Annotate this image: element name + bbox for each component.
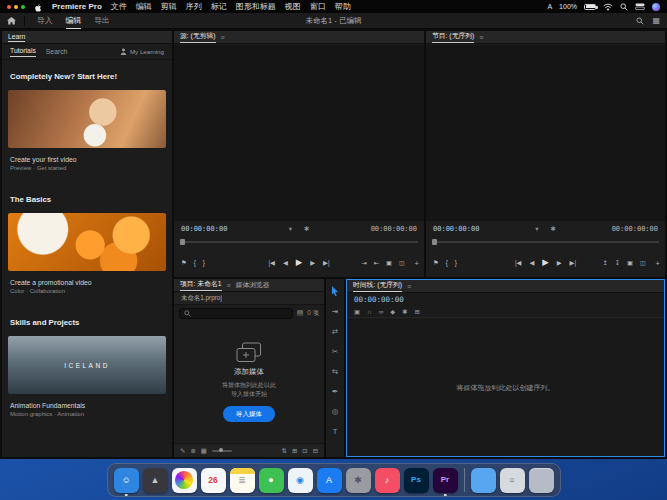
button-editor-icon[interactable]: + bbox=[656, 259, 660, 268]
project-breadcrumb[interactable]: 未命名1.prproj bbox=[174, 292, 324, 305]
panel-menu-icon[interactable]: ≡ bbox=[407, 283, 411, 290]
dock-calendar-icon[interactable]: 26 bbox=[201, 468, 226, 493]
tab-export[interactable]: 导出 bbox=[94, 13, 110, 29]
tab-edit[interactable]: 编辑 bbox=[66, 13, 82, 29]
spotlight-search-icon[interactable] bbox=[620, 3, 628, 11]
input-source-icon[interactable]: A bbox=[547, 3, 552, 10]
menubar-app-name[interactable]: Premiere Pro bbox=[52, 2, 102, 11]
project-search-input[interactable] bbox=[194, 310, 288, 316]
dock-safari-icon[interactable]: ◉ bbox=[288, 468, 313, 493]
monitor-settings-icon[interactable]: ✱ bbox=[304, 225, 309, 233]
go-to-out-icon[interactable]: ▶| bbox=[570, 259, 576, 266]
step-forward-icon[interactable]: ▶ bbox=[310, 259, 315, 266]
minimize-window-icon[interactable] bbox=[14, 5, 18, 9]
new-bin-icon[interactable]: ⊞ bbox=[292, 447, 297, 455]
add-marker-icon[interactable]: ⚑ bbox=[433, 259, 439, 266]
go-to-in-icon[interactable]: |◀ bbox=[268, 259, 274, 266]
menu-graphics-titles[interactable]: 图形和标题 bbox=[236, 1, 276, 12]
battery-icon[interactable] bbox=[584, 4, 596, 10]
timeline-settings-icon[interactable]: ✱ bbox=[402, 308, 407, 316]
control-center-icon[interactable] bbox=[635, 3, 645, 10]
tutorial-card-title[interactable]: Create your first video bbox=[10, 156, 164, 163]
zoom-level-dropdown[interactable]: ▾ bbox=[289, 225, 292, 233]
new-item-icon[interactable]: ⊡ bbox=[302, 447, 307, 455]
dock-appstore-icon[interactable]: A bbox=[317, 468, 342, 493]
icon-view-icon[interactable]: ▦ bbox=[201, 447, 207, 455]
view-options-icon[interactable]: ▤ bbox=[297, 309, 304, 317]
mark-in-icon[interactable]: { bbox=[446, 259, 448, 266]
zoom-window-icon[interactable] bbox=[21, 5, 25, 9]
wifi-icon[interactable] bbox=[603, 3, 613, 11]
source-scrubber[interactable] bbox=[174, 237, 424, 247]
list-view-icon[interactable]: ≣ bbox=[190, 447, 195, 455]
writable-toggle-icon[interactable]: ✎ bbox=[180, 447, 185, 455]
extract-icon[interactable]: ↧ bbox=[615, 259, 620, 266]
learn-panel-tab[interactable]: Learn bbox=[8, 33, 25, 42]
scrubber-playhead[interactable] bbox=[180, 239, 185, 245]
razor-tool[interactable]: ✂ bbox=[332, 347, 338, 356]
panel-menu-icon[interactable]: ≡ bbox=[479, 34, 483, 41]
menu-help[interactable]: 帮助 bbox=[335, 1, 351, 12]
my-learning-link[interactable]: My Learning bbox=[120, 48, 164, 55]
source-panel-tab[interactable]: 源: (无剪辑) bbox=[180, 31, 216, 43]
menu-sequence[interactable]: 序列 bbox=[186, 1, 202, 12]
go-to-in-icon[interactable]: |◀ bbox=[515, 259, 521, 266]
media-browser-tab[interactable]: 媒体浏览器 bbox=[236, 280, 270, 290]
tutorial-card-title[interactable]: Animation Fundamentals bbox=[10, 402, 164, 409]
mark-out-icon[interactable]: } bbox=[455, 259, 457, 266]
panel-menu-icon[interactable]: ≡ bbox=[227, 282, 231, 289]
play-icon[interactable]: ▶ bbox=[296, 257, 303, 267]
panel-menu-icon[interactable]: ≡ bbox=[221, 34, 225, 41]
zoom-level-dropdown[interactable]: ▾ bbox=[535, 225, 538, 233]
program-scrubber[interactable] bbox=[426, 237, 665, 247]
window-traffic-lights[interactable] bbox=[7, 5, 25, 9]
tutorial-card-thumbnail[interactable]: ICELAND bbox=[8, 336, 166, 394]
insert-icon[interactable]: ⇥ bbox=[362, 259, 367, 266]
menu-view[interactable]: 视图 bbox=[285, 1, 301, 12]
monitor-settings-icon[interactable]: ✱ bbox=[550, 225, 555, 233]
step-back-icon[interactable]: ◀ bbox=[283, 259, 288, 266]
export-frame-icon[interactable]: ▣ bbox=[627, 259, 633, 266]
comparison-view-icon[interactable]: ◫ bbox=[399, 259, 405, 266]
dock-photos-icon[interactable] bbox=[172, 468, 197, 493]
lift-icon[interactable]: ↥ bbox=[603, 259, 608, 266]
go-to-out-icon[interactable]: ▶| bbox=[323, 259, 329, 266]
thumbnail-zoom-slider[interactable] bbox=[212, 450, 232, 452]
workspaces-icon[interactable]: ▦ bbox=[652, 16, 660, 25]
tutorial-card-thumbnail[interactable] bbox=[8, 90, 166, 148]
dock-documents-icon[interactable]: ≡ bbox=[500, 468, 525, 493]
scrubber-playhead[interactable] bbox=[432, 239, 437, 245]
dock-launchpad-icon[interactable]: ▲ bbox=[143, 468, 168, 493]
caption-options-icon[interactable]: ⊞ bbox=[414, 308, 419, 316]
delete-icon[interactable]: ⊟ bbox=[313, 447, 318, 455]
close-window-icon[interactable] bbox=[7, 5, 11, 9]
tab-search[interactable]: Search bbox=[46, 48, 68, 55]
dock-trash-icon[interactable] bbox=[529, 468, 554, 493]
ripple-edit-tool[interactable]: ⇄ bbox=[332, 327, 338, 336]
timeline-drop-area[interactable]: 将媒体拖放到此处以创建序列。 bbox=[347, 319, 664, 456]
tab-import[interactable]: 导入 bbox=[37, 13, 53, 29]
track-select-tool[interactable]: ⇥ bbox=[332, 307, 338, 316]
overwrite-icon[interactable]: ⇤ bbox=[374, 259, 379, 266]
export-frame-icon[interactable]: ▣ bbox=[386, 259, 392, 266]
sort-icon[interactable]: ⇅ bbox=[282, 447, 287, 455]
hand-tool[interactable]: ◎ bbox=[332, 407, 339, 416]
button-editor-icon[interactable]: + bbox=[415, 259, 419, 268]
timeline-timecode[interactable]: 00:00:00:00 bbox=[354, 295, 404, 304]
import-media-button[interactable]: 导入媒体 bbox=[223, 406, 275, 422]
program-panel-tab[interactable]: 节目: (无序列) bbox=[432, 31, 474, 43]
nest-toggle-icon[interactable]: ▣ bbox=[354, 308, 360, 316]
menu-clip[interactable]: 剪辑 bbox=[161, 1, 177, 12]
linked-selection-icon[interactable]: ∞ bbox=[379, 308, 384, 315]
pen-tool[interactable]: ✒ bbox=[332, 387, 338, 396]
tutorial-card-thumbnail[interactable] bbox=[8, 213, 166, 271]
quick-search-icon[interactable] bbox=[636, 17, 644, 25]
dock-messages-icon[interactable]: ● bbox=[259, 468, 284, 493]
project-panel-tab[interactable]: 项目: 未命名1 bbox=[180, 279, 222, 291]
home-icon[interactable] bbox=[7, 16, 25, 26]
tutorial-card-title[interactable]: Create a promotional video bbox=[10, 279, 164, 286]
type-tool[interactable]: T bbox=[333, 427, 338, 436]
step-forward-icon[interactable]: ▶ bbox=[557, 259, 562, 266]
selection-tool[interactable] bbox=[331, 286, 339, 296]
dock-premiere-icon[interactable]: Pr bbox=[433, 468, 458, 493]
